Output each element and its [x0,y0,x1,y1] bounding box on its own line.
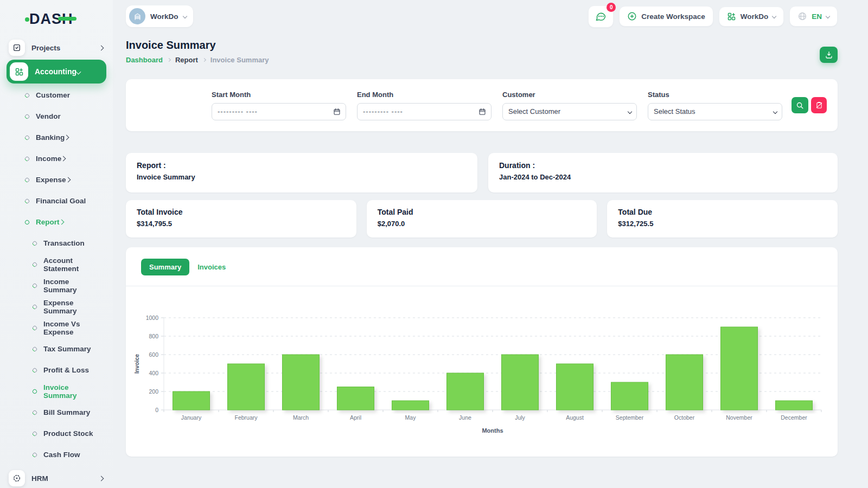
sidebar-item-transaction[interactable]: Transaction [0,233,113,254]
start-month-input[interactable] [212,103,346,120]
sidebar: DASH Projects Accounting Customer Vendor… [0,0,113,488]
sidebar-item-label: Accounting [35,67,76,76]
tab-summary[interactable]: Summary [141,259,189,275]
end-month-input[interactable] [357,103,492,120]
sidebar-item-label: Report [36,218,60,226]
total-invoice-label: Total Invoice [137,208,346,216]
sidebar-item-label: Vendor [36,112,61,120]
svg-text:February: February [234,414,258,421]
total-due-value: $312,725.5 [618,220,827,228]
create-workspace-button[interactable]: Create Workspace [619,6,713,27]
chevron-down-icon [628,110,631,113]
start-month-field: Start Month [212,91,346,120]
create-workspace-label: Create Workspace [641,12,705,21]
logo-text-2: H [62,10,73,28]
start-month-value[interactable] [218,107,340,115]
chevron-down-icon [826,14,830,18]
workspace-grid-icon [727,12,736,21]
sidebar-item-cash-flow[interactable]: Cash Flow [0,444,113,465]
svg-text:August: August [566,414,584,421]
chevron-down-icon [182,14,187,18]
svg-text:1000: 1000 [146,314,159,321]
chevron-right-icon [64,135,69,140]
download-icon [825,50,833,59]
breadcrumb-dashboard[interactable]: Dashboard [126,56,163,64]
customer-select[interactable]: Select Customer [502,103,637,120]
sidebar-item-report[interactable]: Report [0,211,113,233]
svg-text:April: April [350,414,361,421]
sidebar-item-banking[interactable]: Banking [0,127,113,148]
svg-text:Invoice: Invoice [133,354,140,374]
chart-card: Summary Invoices 02004006008001000Januar… [126,247,838,457]
logo-text-1: DAS [29,11,62,27]
clear-filter-button[interactable] [811,97,827,113]
sidebar-item-label: Profit & Loss [43,366,89,374]
sidebar-item-expense-summary[interactable]: Expense Summary [0,296,113,317]
sidebar-item-profit-loss[interactable]: Profit & Loss [0,359,113,381]
end-month-value[interactable] [363,107,486,115]
sidebar-item-projects[interactable]: Projects [0,37,113,59]
bullet-icon [24,177,30,183]
sidebar-item-financial-goal[interactable]: Financial Goal [0,190,113,211]
filter-panel: Start Month End Month Customer Select Cu… [126,79,838,131]
apply-filter-button[interactable] [792,97,808,113]
svg-text:200: 200 [149,388,158,395]
chevron-right-icon [99,45,104,50]
status-select[interactable]: Select Status [648,103,782,120]
svg-text:800: 800 [149,333,158,339]
messages-button[interactable]: 0 [588,5,614,28]
search-icon [796,101,804,110]
sidebar-item-label: Customer [36,91,70,99]
status-field: Status Select Status [648,91,782,120]
sidebar-item-accounting[interactable]: Accounting [7,60,106,84]
sidebar-item-label: Bill Summary [43,408,90,416]
breadcrumb-current: Invoice Summary [210,56,269,64]
language-selector[interactable]: EN [789,6,838,27]
total-invoice-card: Total Invoice $314,795.5 [126,200,356,237]
sidebar-item-income[interactable]: Income [0,148,113,169]
sidebar-item-bill-summary[interactable]: Bill Summary [0,402,113,423]
tab-invoices[interactable]: Invoices [197,263,226,271]
svg-text:March: March [293,414,309,421]
chart-tabs: Summary Invoices [126,247,838,286]
svg-text:November: November [726,414,752,421]
bullet-icon [31,261,37,267]
svg-text:June: June [459,414,471,421]
sidebar-item-invoice-summary[interactable]: Invoice Summary [0,381,113,402]
report-label: Report : [137,161,467,170]
sidebar-item-account-statement[interactable]: Account Statement [0,254,113,275]
workspace-switcher[interactable]: WorkDo [719,7,784,27]
download-button[interactable] [820,47,838,63]
svg-text:July: July [515,414,525,421]
bullet-icon [31,452,37,458]
sidebar-item-vendor[interactable]: Vendor [0,106,113,127]
bullet-icon [24,156,30,162]
sidebar-item-expense[interactable]: Expense [0,169,113,190]
svg-text:October: October [674,414,695,421]
sidebar-item-tax-summary[interactable]: Tax Summary [0,338,113,359]
total-due-card: Total Due $312,725.5 [607,200,838,237]
customer-selected-value: Select Customer [508,107,560,115]
sidebar-item-label: Projects [31,44,99,52]
bullet-icon [24,198,30,204]
sidebar-item-product-stock[interactable]: Product Stock [0,423,113,444]
sidebar-item-customer[interactable]: Customer [0,85,113,106]
page-title: Invoice Summary [126,39,269,52]
sidebar-item-hrm[interactable]: HRM [0,467,113,488]
bullet-icon [24,219,30,225]
svg-text:400: 400 [149,370,158,376]
sidebar-item-income-vs-expense[interactable]: Income Vs Expense [0,317,113,338]
end-month-field: End Month [357,91,492,120]
breadcrumb-report[interactable]: Report [175,56,198,64]
breadcrumb-separator-icon [167,58,171,62]
sidebar-item-income-summary[interactable]: Income Summary [0,275,113,296]
svg-text:December: December [781,414,807,421]
bullet-icon [31,388,37,394]
report-info-card: Report : Invoice Summary [126,153,477,192]
workspace-avatar [129,8,145,24]
start-month-label: Start Month [212,91,346,99]
svg-text:January: January [181,414,202,421]
total-paid-card: Total Paid $2,070.0 [367,200,597,237]
workspace-pill[interactable]: WorkDo [126,5,193,27]
status-label: Status [648,91,782,99]
